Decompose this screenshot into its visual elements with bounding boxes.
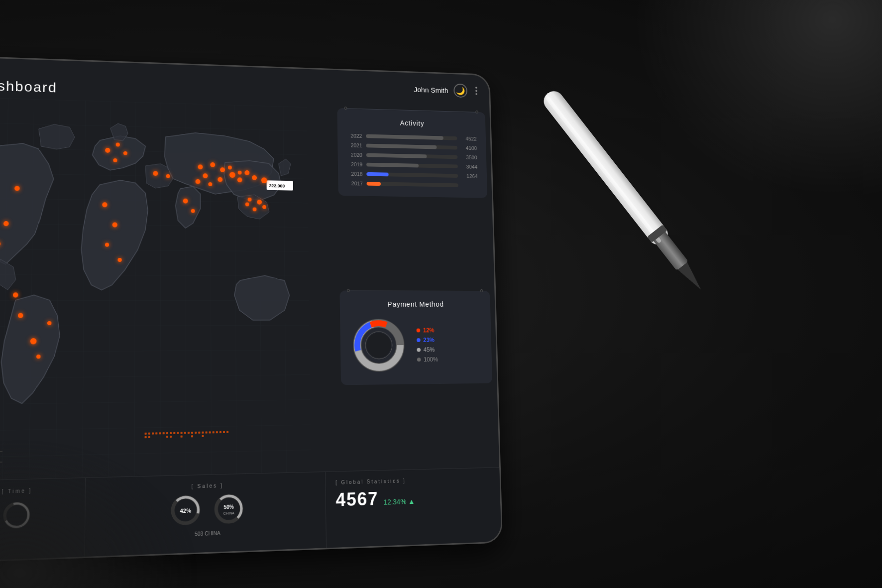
activity-bar-bg bbox=[367, 182, 458, 187]
activity-bar-bg bbox=[366, 134, 457, 140]
activity-bar-fill bbox=[366, 134, 443, 140]
world-map-area: 222,000 bbox=[0, 97, 311, 500]
svg-rect-66 bbox=[181, 436, 183, 438]
activity-value bbox=[462, 185, 478, 186]
svg-rect-47 bbox=[155, 432, 157, 434]
svg-rect-63 bbox=[206, 431, 208, 433]
activity-bar-fill bbox=[366, 144, 437, 149]
activity-bar-bg bbox=[366, 172, 458, 178]
svg-text:42%: 42% bbox=[180, 507, 191, 514]
svg-rect-48 bbox=[145, 436, 147, 438]
activity-title: Activity bbox=[347, 118, 477, 128]
sales-donut-1: 42% bbox=[169, 493, 203, 528]
svg-rect-65 bbox=[170, 436, 172, 438]
activity-bar-fill-blue bbox=[366, 172, 389, 177]
svg-rect-57 bbox=[184, 432, 186, 434]
username-label: John Smith bbox=[414, 85, 448, 94]
svg-text:CHINA: CHINA bbox=[223, 511, 234, 515]
year-label: 2022 bbox=[347, 133, 362, 139]
svg-rect-64 bbox=[166, 436, 168, 438]
svg-point-84 bbox=[366, 333, 392, 358]
svg-rect-50 bbox=[159, 432, 161, 434]
year-label: 2021 bbox=[347, 142, 362, 148]
legend-pct: 23% bbox=[423, 337, 435, 344]
tablet-screen: Dashboard John Smith 🌙 ••• bbox=[0, 57, 501, 561]
svg-rect-61 bbox=[198, 432, 200, 434]
activity-bar-bg bbox=[366, 153, 458, 159]
svg-rect-54 bbox=[173, 432, 175, 434]
payment-panel: Payment Method bbox=[339, 290, 492, 385]
svg-rect-53 bbox=[170, 432, 172, 434]
activity-bar-fill bbox=[366, 163, 419, 168]
global-stat-value: 4567 bbox=[335, 488, 379, 511]
donut-legend: 12% 23% 45% 100% bbox=[417, 327, 439, 363]
sales-panel: [ Sales ] 42% bbox=[85, 472, 327, 557]
legend-dot-red bbox=[417, 329, 421, 333]
activity-panel: Activity 2022 4522 2021 4100 bbox=[337, 108, 487, 198]
activity-row: 2022 4522 bbox=[347, 133, 477, 142]
activity-value: 4100 bbox=[461, 145, 477, 151]
svg-rect-56 bbox=[181, 432, 183, 434]
time-gauges bbox=[0, 498, 74, 533]
user-header: John Smith 🌙 ••• bbox=[414, 82, 480, 98]
year-label: 2020 bbox=[347, 152, 363, 158]
dashboard-title: Dashboard bbox=[0, 78, 57, 96]
svg-point-20 bbox=[117, 258, 121, 262]
activity-bar-bg bbox=[366, 144, 457, 150]
legend-dot-dark bbox=[417, 357, 421, 361]
activity-row: 2019 3044 bbox=[347, 161, 477, 170]
activity-row: 2020 3500 bbox=[347, 152, 477, 160]
legend-pct: 100% bbox=[424, 356, 438, 363]
donut-container: 12% 23% 45% 100% bbox=[349, 316, 483, 375]
connector-dot bbox=[480, 289, 483, 292]
svg-rect-59 bbox=[191, 432, 193, 434]
activity-row: 2017 bbox=[347, 180, 478, 188]
svg-rect-73 bbox=[223, 431, 225, 433]
svg-rect-74 bbox=[226, 431, 228, 433]
activity-bar-fill-orange bbox=[367, 182, 381, 186]
sales-charts: 42% 50% CHINA bbox=[96, 490, 316, 532]
donut-chart bbox=[349, 316, 408, 375]
svg-rect-71 bbox=[216, 431, 218, 433]
legend-dot-gray bbox=[417, 348, 421, 352]
time-panel: [ Time ] bbox=[0, 478, 86, 562]
connector-dot bbox=[475, 111, 478, 114]
sales-donut-2: 50% CHINA bbox=[213, 492, 245, 526]
global-label: [ Global Statistics ] bbox=[335, 476, 490, 485]
activity-value: 4522 bbox=[461, 136, 477, 142]
activity-row: 2021 4100 bbox=[347, 142, 477, 151]
legend-item: 23% bbox=[417, 337, 438, 344]
connector-line bbox=[350, 291, 480, 291]
legend-item: 12% bbox=[417, 327, 438, 334]
svg-rect-44 bbox=[145, 433, 147, 435]
sales-label: [ Sales ] bbox=[96, 480, 316, 492]
moon-icon[interactable]: 🌙 bbox=[453, 84, 467, 98]
svg-rect-58 bbox=[188, 432, 190, 434]
svg-rect-70 bbox=[213, 431, 215, 433]
svg-rect-67 bbox=[191, 435, 193, 437]
year-label: 2017 bbox=[347, 180, 363, 186]
global-stat-row: 4567 12.34% ▲ bbox=[335, 485, 491, 510]
activity-value: 3500 bbox=[461, 154, 477, 160]
dots-menu[interactable]: ••• bbox=[473, 86, 480, 96]
svg-text:222,000: 222,000 bbox=[269, 183, 285, 188]
activity-value: 1264 bbox=[461, 173, 477, 179]
legend-pct: 12% bbox=[423, 327, 435, 334]
time-label: [ Time ] bbox=[0, 486, 75, 495]
svg-rect-45 bbox=[148, 433, 150, 435]
world-map-svg: 222,000 bbox=[0, 97, 311, 500]
activity-bar-bg bbox=[366, 163, 458, 168]
activity-value: 3044 bbox=[461, 164, 477, 170]
year-label: 2019 bbox=[347, 161, 363, 167]
time-gauge-1 bbox=[0, 499, 33, 532]
activity-bar-fill bbox=[366, 153, 427, 158]
year-label: 2018 bbox=[347, 171, 363, 177]
svg-rect-60 bbox=[195, 432, 197, 434]
svg-rect-69 bbox=[209, 431, 211, 433]
svg-rect-62 bbox=[202, 432, 204, 434]
payment-title: Payment Method bbox=[349, 300, 481, 308]
legend-dot-blue bbox=[417, 338, 421, 342]
svg-rect-49 bbox=[148, 436, 150, 438]
sales-ring-1: 42% bbox=[169, 493, 203, 530]
legend-item: 100% bbox=[417, 356, 439, 363]
